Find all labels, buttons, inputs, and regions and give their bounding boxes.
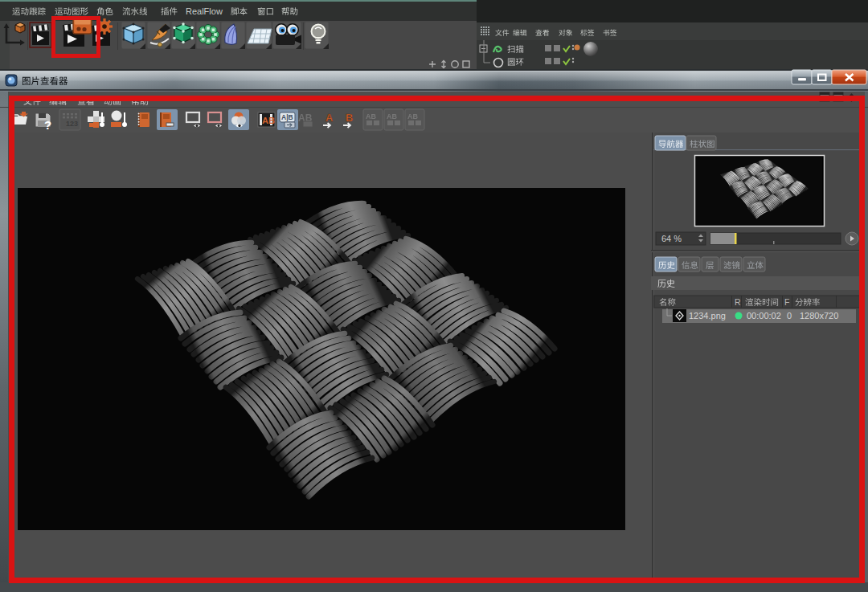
svg-text:AB: AB	[387, 112, 397, 120]
svg-text:1234.png: 1234.png	[689, 311, 726, 320]
svg-text:RealFlow: RealFlow	[186, 6, 223, 16]
svg-text:00:00:02: 00:00:02	[747, 311, 781, 320]
svg-text:?: ?	[44, 118, 51, 132]
svg-text:R: R	[735, 297, 741, 307]
svg-text:123: 123	[66, 120, 78, 128]
svg-text:A: A	[326, 112, 334, 124]
svg-text:0: 0	[787, 311, 792, 320]
svg-text:AB: AB	[366, 112, 376, 120]
svg-text:AB: AB	[407, 112, 418, 120]
svg-text:AB: AB	[262, 116, 275, 125]
svg-text:F: F	[784, 297, 789, 307]
svg-text:1280x720: 1280x720	[800, 311, 838, 320]
svg-text:A|B: A|B	[281, 113, 293, 121]
svg-text:B: B	[346, 112, 353, 124]
svg-text:64 %: 64 %	[661, 234, 682, 243]
